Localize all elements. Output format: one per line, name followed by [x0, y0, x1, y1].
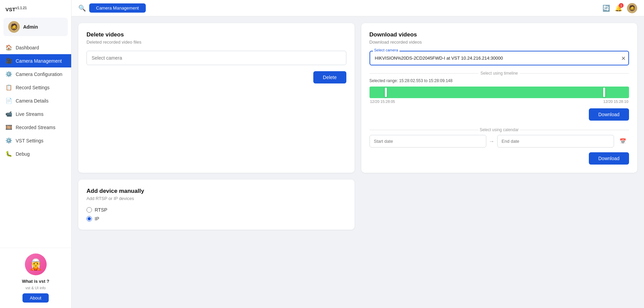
sidebar: VSTv1.1.21 🧔 Admin 🏠 Dashboard 🎥 Camera … [0, 0, 72, 308]
timeline-container: 12/20 15:28:05 12/20 15:28:10 [370, 87, 629, 104]
end-date-input[interactable] [497, 135, 614, 148]
sidebar-item-camera-details[interactable]: 📄 Camera Details [0, 94, 71, 107]
radio-ip-input[interactable] [87, 216, 92, 221]
search-button[interactable]: 🔍 [78, 4, 86, 12]
notification-badge: 1 [619, 3, 624, 8]
calendar-icon-button[interactable]: 📅 [617, 135, 629, 147]
record-settings-icon: 📋 [5, 84, 12, 91]
arrow-icon: → [489, 138, 494, 144]
sidebar-item-vst-settings[interactable]: ⚙️ VST Settings [0, 134, 71, 147]
sidebar-item-record-settings[interactable]: 📋 Record Settings [0, 81, 71, 94]
dashboard-icon: 🏠 [5, 44, 12, 51]
camera-config-icon: ⚙️ [5, 71, 12, 77]
calendar-row: → 📅 [370, 135, 629, 148]
what-is-vst: What is vst ? [22, 279, 49, 284]
debug-icon: 🐛 [5, 151, 12, 157]
user-avatar-top[interactable]: 🧔 [627, 3, 637, 13]
top-bar-left: 🔍 Camera Management [78, 3, 146, 13]
refresh-button[interactable]: 🔄 [602, 4, 610, 12]
content-area: Delete videos Deleted recorded video fil… [72, 16, 644, 308]
main-content: 🔍 Camera Management 🔄 🔔 1 🧔 Delete video… [72, 0, 644, 308]
calendar-divider: Select using calendar [370, 127, 629, 132]
sidebar-item-label: Debug [16, 151, 30, 157]
sidebar-item-label: Recorded Streams [16, 125, 56, 130]
delete-videos-title: Delete videos [87, 31, 346, 38]
top-bar-right: 🔄 🔔 1 🧔 [602, 3, 637, 13]
avatar: 🧔 [8, 21, 20, 33]
timeline-divider: Select using timeline [370, 71, 629, 76]
radio-rtsp[interactable]: RTSP [87, 207, 346, 213]
sidebar-item-label: Camera Management [16, 58, 62, 64]
add-device-subtitle: Add RTSP or IP devices [87, 196, 346, 201]
sidebar-nav: 🏠 Dashboard 🎥 Camera Management ⚙️ Camer… [0, 38, 71, 248]
download-videos-subtitle: Download recorded videos [370, 40, 629, 45]
download-button-calendar[interactable]: Download [589, 152, 629, 165]
vst-info: vst & UI info [26, 286, 46, 290]
select-camera-label: Select camera [373, 48, 399, 52]
selected-range-text: Selected range: 15:28:02.553 to 15:28:09… [370, 78, 629, 83]
delete-button[interactable]: Delete [313, 71, 346, 83]
sidebar-item-debug[interactable]: 🐛 Debug [0, 147, 71, 160]
clear-camera-button[interactable]: ✕ [621, 55, 626, 61]
timeline-bar[interactable] [370, 87, 629, 98]
download-camera-input[interactable] [370, 51, 629, 65]
live-streams-icon: 📹 [5, 111, 12, 117]
char-avatar: 🧝 [25, 253, 47, 275]
sidebar-item-live-streams[interactable]: 📹 Live Streams [0, 107, 71, 121]
delete-videos-card: Delete videos Deleted recorded video fil… [78, 23, 355, 173]
sidebar-item-label: Camera Details [16, 98, 48, 104]
sidebar-item-camera-management[interactable]: 🎥 Camera Management [0, 54, 71, 67]
notifications-button[interactable]: 🔔 1 [615, 4, 622, 12]
sidebar-item-label: Live Streams [16, 111, 44, 117]
sidebar-item-label: Camera Configuration [16, 72, 62, 77]
username: Admin [23, 24, 38, 30]
sidebar-item-label: Record Settings [16, 85, 50, 90]
timeline-label-right: 12/20 15:28:10 [603, 99, 628, 104]
radio-rtsp-label: RTSP [95, 207, 107, 213]
delete-videos-subtitle: Deleted recorded video files [87, 40, 346, 45]
delete-camera-select[interactable] [87, 51, 346, 65]
app-logo: VSTv1.1.21 [0, 0, 71, 16]
radio-rtsp-input[interactable] [87, 207, 92, 213]
add-device-title: Add device manually [87, 188, 346, 195]
sidebar-item-label: VST Settings [16, 138, 43, 143]
sidebar-bottom: 🧝 What is vst ? vst & UI info About [0, 248, 71, 308]
radio-ip-label: IP [95, 216, 99, 221]
start-date-input[interactable] [370, 135, 486, 148]
vst-settings-icon: ⚙️ [5, 137, 12, 144]
timeline-handle-left[interactable] [385, 88, 387, 97]
timeline-label-left: 12/20 15:28:05 [370, 99, 395, 104]
sidebar-item-recorded-streams[interactable]: 🎞️ Recorded Streams [0, 121, 71, 134]
sidebar-item-label: Dashboard [16, 45, 39, 50]
camera-management-icon: 🎥 [5, 58, 12, 64]
recorded-streams-icon: 🎞️ [5, 124, 12, 130]
sidebar-user[interactable]: 🧔 Admin [3, 18, 68, 36]
camera-details-icon: 📄 [5, 97, 12, 104]
sidebar-item-dashboard[interactable]: 🏠 Dashboard [0, 41, 71, 54]
top-bar: 🔍 Camera Management 🔄 🔔 1 🧔 [72, 0, 644, 16]
timeline-labels: 12/20 15:28:05 12/20 15:28:10 [370, 99, 629, 104]
about-button[interactable]: About [22, 293, 49, 303]
add-device-card: Add device manually Add RTSP or IP devic… [78, 180, 355, 230]
radio-group: RTSP IP [87, 207, 346, 221]
sidebar-item-camera-configuration[interactable]: ⚙️ Camera Configuration [0, 67, 71, 81]
download-button-timeline[interactable]: Download [589, 108, 629, 121]
download-videos-title: Download videos [370, 31, 629, 38]
select-camera-field: Select camera ✕ [370, 51, 629, 65]
camera-management-tab[interactable]: Camera Management [89, 3, 146, 13]
timeline-handle-right[interactable] [603, 88, 605, 97]
radio-ip[interactable]: IP [87, 216, 346, 221]
download-videos-card: Download videos Download recorded videos… [361, 23, 638, 173]
